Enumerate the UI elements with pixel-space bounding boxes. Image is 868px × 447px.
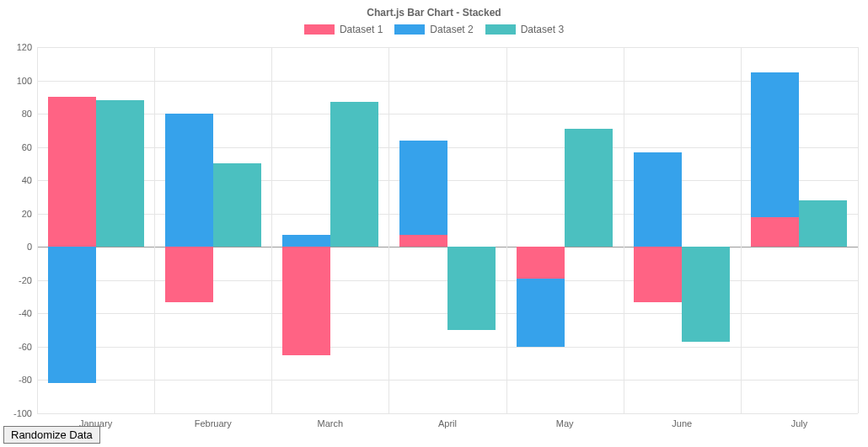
grid-line-v [271, 47, 272, 413]
chart-container: Chart.js Bar Chart - Stacked Dataset 1 D… [0, 0, 868, 447]
grid-line-v [741, 47, 742, 413]
x-tick-label: July [791, 418, 808, 428]
grid-line-h [37, 413, 858, 414]
grid-line-v [37, 47, 38, 413]
x-tick-label: May [556, 418, 574, 428]
x-tick-label: April [438, 418, 457, 428]
bar-dataset-1[interactable] [634, 247, 682, 301]
x-tick-label: June [672, 418, 692, 428]
bar-dataset-2[interactable] [751, 72, 799, 217]
grid-line-v [506, 47, 507, 413]
y-tick-label: 120 [17, 42, 32, 52]
bar-dataset-2[interactable] [165, 114, 213, 247]
plot-area: -100-80-60-40-20020406080100120JanuaryFe… [37, 47, 858, 413]
y-tick-label: 0 [27, 242, 32, 252]
legend-label: Dataset 2 [430, 24, 473, 35]
legend-label: Dataset 1 [340, 24, 383, 35]
grid-line-h [37, 380, 858, 380]
y-tick-label: 80 [22, 109, 32, 119]
y-tick-label: -80 [19, 375, 32, 385]
grid-line-v [154, 47, 155, 413]
y-tick-label: -60 [19, 342, 32, 352]
grid-line-v [858, 47, 859, 413]
bar-dataset-1[interactable] [48, 97, 96, 247]
y-tick-label: 40 [22, 175, 32, 185]
y-tick-label: 100 [17, 76, 32, 86]
bar-dataset-1[interactable] [282, 247, 330, 355]
bar-dataset-3[interactable] [682, 247, 730, 342]
legend-label: Dataset 3 [521, 24, 564, 35]
x-tick-label: February [195, 418, 232, 428]
legend-swatch-3 [485, 24, 516, 35]
randomize-data-button[interactable]: Randomize Data [3, 426, 100, 444]
bar-dataset-2[interactable] [399, 141, 447, 236]
bar-dataset-1[interactable] [399, 235, 447, 247]
bar-dataset-3[interactable] [447, 247, 496, 330]
y-tick-label: -20 [19, 275, 32, 285]
bar-dataset-3[interactable] [565, 129, 613, 247]
grid-line-h [37, 214, 858, 215]
legend-item-dataset-2[interactable]: Dataset 2 [394, 24, 473, 35]
bar-dataset-2[interactable] [634, 152, 682, 247]
chart-legend: Dataset 1 Dataset 2 Dataset 3 [0, 24, 868, 40]
bar-dataset-3[interactable] [799, 200, 847, 247]
grid-line-v [624, 47, 624, 413]
bar-dataset-2[interactable] [282, 235, 330, 247]
grid-line-h [37, 114, 858, 114]
legend-item-dataset-1[interactable]: Dataset 1 [304, 24, 383, 35]
grid-line-h [37, 47, 858, 48]
grid-line-h [37, 147, 858, 148]
legend-item-dataset-3[interactable]: Dataset 3 [485, 24, 564, 35]
bar-dataset-3[interactable] [330, 102, 378, 247]
legend-swatch-1 [304, 24, 335, 35]
y-tick-label: 60 [22, 142, 32, 152]
grid-line-h [37, 81, 858, 82]
legend-swatch-2 [394, 24, 425, 35]
bar-dataset-1[interactable] [165, 247, 213, 301]
bar-dataset-2[interactable] [517, 279, 565, 347]
bar-dataset-1[interactable] [751, 217, 799, 247]
bar-dataset-3[interactable] [96, 100, 144, 247]
bar-dataset-2[interactable] [48, 247, 96, 383]
y-tick-label: -100 [13, 408, 32, 418]
grid-line-h [37, 347, 858, 348]
bar-dataset-3[interactable] [213, 163, 261, 247]
chart-title: Chart.js Bar Chart - Stacked [0, 0, 868, 24]
bar-dataset-1[interactable] [517, 247, 565, 279]
grid-line-v [388, 47, 389, 413]
x-tick-label: March [318, 418, 344, 428]
y-tick-label: 20 [22, 209, 32, 219]
grid-line-h [37, 180, 858, 181]
y-tick-label: -40 [19, 308, 32, 318]
